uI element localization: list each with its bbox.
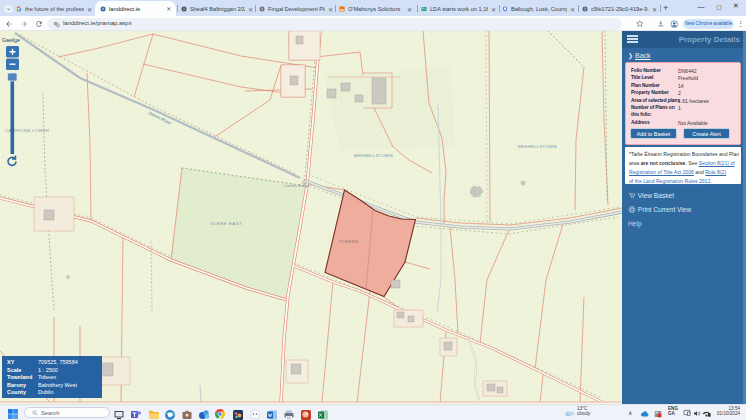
- svg-text:Gaeilge: Gaeilge: [2, 37, 20, 43]
- svg-text:TOBEEN: TOBEEN: [339, 239, 359, 244]
- svg-text:BESHELLSTOWN: BESHELLSTOWN: [354, 153, 393, 158]
- svg-text:Cooties Bridge: Cooties Bridge: [284, 184, 309, 188]
- svg-text:GLEBE EAST: GLEBE EAST: [210, 221, 242, 226]
- svg-text:BESHELLSTOWN: BESHELLSTOWN: [518, 144, 557, 149]
